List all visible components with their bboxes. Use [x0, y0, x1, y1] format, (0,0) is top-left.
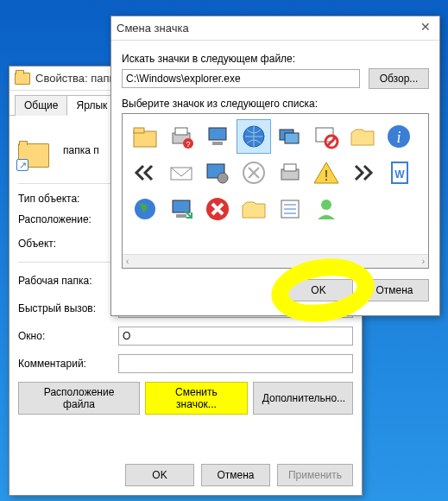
- svg-text:!: !: [325, 168, 328, 183]
- folder-open-icon[interactable]: [345, 119, 380, 154]
- computer-icon[interactable]: [200, 119, 235, 154]
- tab-general[interactable]: Общие: [15, 95, 67, 116]
- computer-arrow-icon[interactable]: [164, 192, 199, 226]
- svg-rect-3: [175, 128, 187, 135]
- svg-rect-6: [209, 128, 226, 140]
- change-icon-title: Смена значка: [117, 22, 189, 35]
- svg-rect-1: [134, 128, 144, 133]
- window-gear-icon[interactable]: [200, 155, 235, 190]
- user-green-icon[interactable]: [309, 192, 344, 226]
- comment-label: Комментарий:: [18, 358, 113, 370]
- advanced-button[interactable]: Дополнительно...: [253, 382, 353, 415]
- arrows-left-icon[interactable]: [128, 155, 162, 190]
- comment-input[interactable]: [118, 354, 353, 373]
- folder-icon[interactable]: [128, 119, 162, 154]
- window-label: Окно:: [18, 330, 113, 342]
- props-apply-button[interactable]: Применить: [277, 464, 353, 486]
- svg-rect-7: [212, 142, 223, 145]
- icon-list[interactable]: ?i!W ‹›: [122, 113, 429, 269]
- printer-question-icon[interactable]: ?: [164, 119, 199, 154]
- envelope-icon[interactable]: [164, 155, 199, 190]
- shortcut-big-icon: ↗: [18, 130, 53, 171]
- info-blue-icon[interactable]: i: [382, 119, 416, 154]
- svg-text:?: ?: [186, 140, 190, 149]
- svg-rect-0: [134, 131, 156, 147]
- svg-rect-26: [173, 200, 190, 212]
- select-label: Выберите значок из следующего списка:: [122, 98, 429, 110]
- list-icon[interactable]: [273, 192, 307, 226]
- hotkey-label: Быстрый вызов:: [18, 302, 113, 314]
- target-label: Объект:: [18, 238, 113, 250]
- tab-shortcut[interactable]: Ярлык: [66, 95, 117, 116]
- svg-point-33: [321, 200, 331, 210]
- globe-green-icon[interactable]: [128, 192, 162, 226]
- word-doc-icon[interactable]: W: [382, 155, 416, 190]
- svg-rect-10: [285, 133, 299, 143]
- change-icon-titlebar[interactable]: Смена значка ✕: [111, 16, 439, 41]
- svg-rect-16: [171, 168, 192, 180]
- type-label: Тип объекта:: [18, 193, 113, 205]
- close-icon[interactable]: ✕: [417, 20, 434, 37]
- svg-rect-21: [284, 164, 296, 171]
- search-label: Искать значки в следующем файле:: [122, 53, 429, 65]
- windows-stack-icon[interactable]: [273, 119, 307, 154]
- properties-dialog-buttons: OK Отмена Применить: [125, 464, 353, 486]
- change-icon-window: Смена значка ✕ Искать значки в следующем…: [110, 16, 440, 316]
- x-gray-icon[interactable]: [237, 155, 271, 190]
- browse-button[interactable]: Обзор...: [369, 68, 429, 89]
- props-ok-button[interactable]: OK: [125, 464, 194, 486]
- folder-icon: [15, 73, 30, 85]
- shortcut-name: папка п: [63, 144, 99, 156]
- globe-icon[interactable]: [237, 119, 271, 154]
- horizontal-scrollbar[interactable]: ‹›: [123, 254, 428, 268]
- warning-icon[interactable]: !: [309, 155, 344, 190]
- workdir-label: Рабочая папка:: [18, 275, 113, 287]
- folder-yellow-icon[interactable]: [237, 192, 271, 226]
- x-red-icon[interactable]: [200, 192, 235, 226]
- svg-point-18: [218, 173, 228, 183]
- printer-fax-icon[interactable]: [273, 155, 307, 190]
- svg-text:i: i: [396, 129, 401, 146]
- window-input[interactable]: [118, 327, 353, 346]
- location-label: Расположение:: [18, 213, 113, 225]
- props-cancel-button[interactable]: Отмена: [201, 464, 270, 486]
- icon-path-input[interactable]: [122, 69, 360, 88]
- change-icon-button[interactable]: Сменить значок...: [145, 382, 248, 415]
- arrows-right-icon[interactable]: [345, 155, 380, 190]
- file-location-button[interactable]: Расположение файла: [18, 382, 140, 415]
- chg-ok-button[interactable]: OK: [284, 279, 353, 301]
- window-forbid-icon[interactable]: [309, 119, 344, 154]
- svg-rect-27: [176, 214, 186, 218]
- chg-cancel-button[interactable]: Отмена: [360, 279, 429, 301]
- svg-text:W: W: [394, 168, 405, 181]
